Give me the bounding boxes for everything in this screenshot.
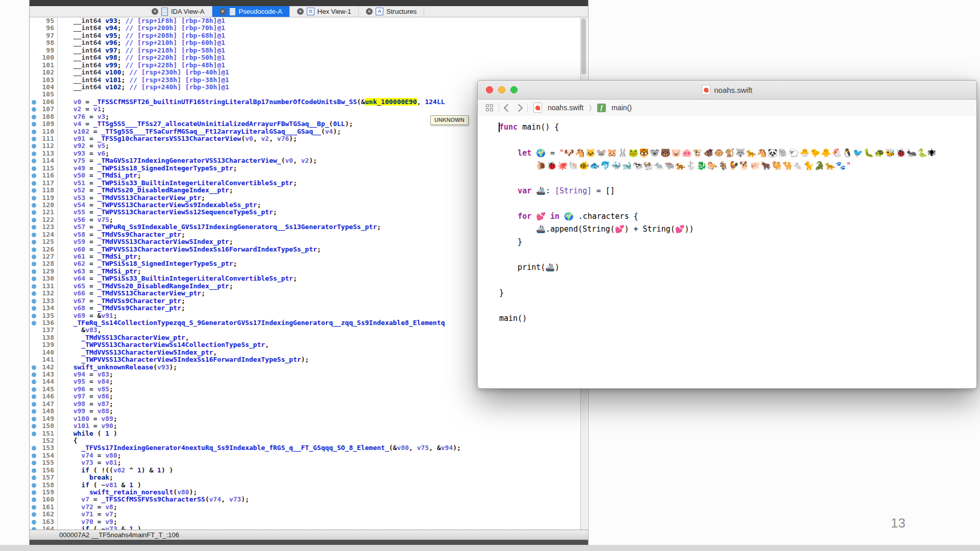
pseudocode-line: 101 __int64 v99; // [rsp+228h] [rbp-48h]… [30,62,588,69]
breadcrumb-file[interactable]: noahs.swift [548,104,583,112]
line-number: 129 [30,268,54,275]
xcode-title-bar[interactable]: noahs.swift [478,81,976,99]
scrollbar-thumb[interactable] [581,18,586,74]
line-number: 105 [30,91,54,98]
forward-button[interactable] [515,104,523,112]
line-number: 122 [30,216,54,223]
pseudocode-line: 155 v73 = v81; [30,459,588,466]
close-icon[interactable]: ✕ [152,8,158,15]
line-number: 163 [30,518,54,525]
swift-code-line: var 🚢: [String] = [] [478,185,976,197]
swift-source-editor[interactable]: func main() { let 🌍 = "🐶🐴🐱🐭🐹🐰🐸🐯🐨🐻🐷🐽🐮🐗🐵🐒🐺… [478,116,976,388]
line-number: 119 [30,194,54,202]
line-number: 97 [30,32,54,39]
line-number: 141 [30,356,54,363]
line-number: 159 [30,489,54,496]
line-number: 147 [30,400,54,408]
pseudocode-line: 157 break; [30,474,588,481]
line-number: 112 [30,142,54,149]
pseudocode-line: 159 swift_retain_noresult(v80); [30,489,588,496]
swift-code-line: for 💕 in 🌍 .characters { [478,210,976,223]
xcode-window: noahs.swift noahs.swift 〉 f main() func … [477,80,977,389]
line-number: 110 [30,128,54,135]
line-number: 114 [30,157,54,164]
line-number: 132 [30,290,54,297]
ida-window-bottom-edge [30,540,588,545]
slide-bottom-band [0,545,980,551]
line-number: 148 [30,408,54,415]
pseudocode-line: 163 v70 = v9; [30,518,588,525]
line-number: 131 [30,283,54,290]
line-number: 130 [30,275,54,282]
line-number: 157 [30,474,54,481]
line-number: 139 [30,341,54,348]
line-number: 100 [30,54,54,61]
line-number: 155 [30,459,54,466]
line-number: 101 [30,62,54,69]
tab-ida-view-a[interactable]: ✕ IDA View-A [144,6,212,17]
swift-code-line: } [478,236,976,248]
tab-structures[interactable]: ✕ A Structures [359,6,424,17]
window-title: noahs.swift [714,86,752,94]
line-number: 164 [30,525,54,530]
tab-hex-view-1[interactable]: ✕ O Hex View-1 [290,6,359,17]
pseudocode-line: 148 v99 = v88; [30,408,588,415]
line-number: 153 [30,444,54,452]
pseudocode-line: 146 v97 = v86; [30,393,588,400]
swift-code-line: func main() { [478,121,976,134]
pseudocode-line: 164 if ( ~v73 & 1 ) [30,525,588,530]
line-number: 106 [30,98,54,106]
struct-icon: A [376,8,383,15]
swift-code-line [478,134,976,146]
line-number: 98 [30,39,54,46]
line-number: 137 [30,327,54,334]
pseudocode-line: 147 v98 = v87; [30,400,588,408]
swift-code-line [478,299,976,312]
line-number: 107 [30,106,54,113]
close-icon[interactable]: ✕ [219,8,226,15]
zoom-button[interactable] [510,86,518,93]
line-number: 120 [30,202,54,209]
line-number: 124 [30,231,54,238]
related-items-icon[interactable] [486,104,493,111]
line-number: 144 [30,378,54,385]
swift-file-icon [533,103,542,113]
close-icon[interactable]: ✕ [366,8,373,15]
line-number: 113 [30,150,54,157]
line-number: 118 [30,187,54,194]
traffic-lights [486,86,518,93]
line-number: 115 [30,165,54,172]
line-number: 125 [30,238,54,245]
ida-tab-bar: ✕ IDA View-A ✕ Pseudocode-A ✕ O Hex View… [30,6,588,17]
swift-code-line [478,172,976,185]
pseudocode-line: 151 while ( 1 ) [30,430,588,437]
ida-window-top-edge [30,0,588,6]
swift-code-line: main() [478,312,976,325]
line-number: 158 [30,482,54,489]
close-button[interactable] [486,86,493,93]
document-icon [229,8,236,16]
line-number: 127 [30,253,54,260]
line-number: 154 [30,452,54,459]
text-cursor [499,122,500,132]
pseudocode-line: 149 v100 = v89; [30,415,588,422]
pseudocode-line: 98 __int64 v96; // [rsp+210h] [rbp-60h]@… [30,39,588,46]
line-number: 161 [30,504,54,511]
line-number: 156 [30,467,54,474]
line-number: 134 [30,305,54,312]
minimize-button[interactable] [498,86,505,93]
close-icon[interactable]: ✕ [297,8,304,15]
line-number: 138 [30,334,54,341]
swift-code-line [478,197,976,210]
back-button[interactable] [504,104,512,112]
line-number: 108 [30,113,54,120]
tab-pseudocode-a[interactable]: ✕ Pseudocode-A [212,6,290,17]
line-number: 103 [30,77,54,84]
swift-code-line: } [478,287,976,299]
breadcrumb-symbol[interactable]: main() [611,104,632,112]
line-number: 146 [30,393,54,400]
slide-page-number: 13 [891,515,905,531]
hex-icon: O [307,8,314,15]
tab-label: Hex View-1 [317,8,351,15]
line-number: 99 [30,47,54,54]
